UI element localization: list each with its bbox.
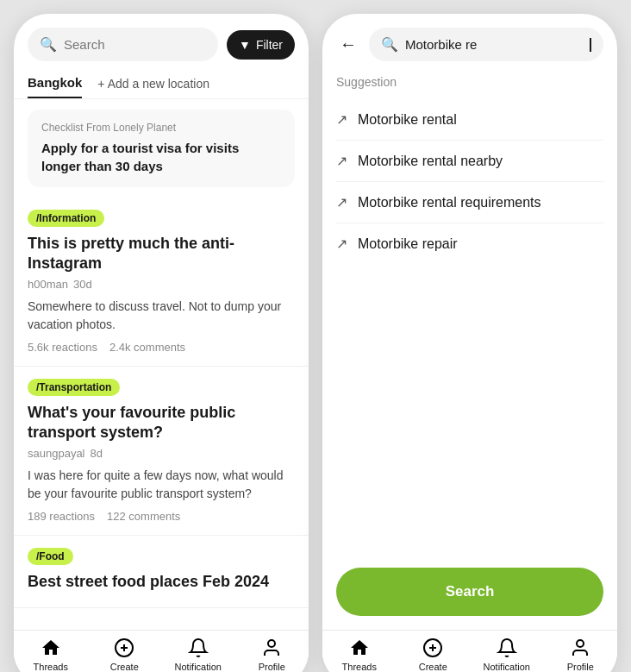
trend-icon-2: ↗: [336, 153, 347, 169]
create-icon-right: [422, 637, 443, 658]
post-card-2[interactable]: /Transportation What's your favourite pu…: [14, 367, 309, 536]
nav-label-profile-right: Profile: [567, 662, 594, 672]
checklist-title: Apply for a tourist visa for visits long…: [41, 139, 281, 175]
post-1-author: h00man: [28, 278, 68, 291]
left-bottom-nav: Threads Create Notification Profile: [14, 630, 309, 672]
location-tabs: Bangkok + Add a new location: [14, 68, 309, 99]
post-1-reactions: 5.6k reactions: [28, 341, 97, 354]
bell-icon-right: [497, 637, 517, 658]
person-icon-left: [261, 637, 282, 658]
nav-label-notification-left: Notification: [175, 662, 222, 672]
post-3-badge: /Food: [28, 548, 73, 565]
suggestion-text-3: Motorbike rental requirements: [358, 195, 541, 210]
post-2-meta: saungpayal 8d: [28, 447, 295, 460]
nav-item-notification-left[interactable]: Notification: [161, 637, 235, 672]
bell-icon-left: [188, 637, 209, 658]
search-button[interactable]: Search: [336, 568, 603, 616]
home-icon-right: [349, 637, 370, 658]
post-1-title: This is pretty much the anti-Instagram: [28, 234, 295, 274]
post-2-time: 8d: [91, 447, 103, 460]
post-2-desc: I was here for quite a few days now, wha…: [28, 467, 295, 503]
filter-label: Filter: [256, 38, 283, 52]
add-location-btn[interactable]: + Add a new location: [97, 77, 209, 97]
search-input[interactable]: [64, 37, 206, 52]
post-1-time: 30d: [73, 278, 92, 291]
suggestion-heading: Suggestion: [336, 75, 603, 89]
left-phone: 🔍 ▼ Filter Bangkok + Add a new location …: [14, 14, 309, 672]
post-3-title: Best street food places Feb 2024: [28, 572, 295, 592]
right-search-input[interactable]: [405, 37, 582, 52]
filter-button[interactable]: ▼ Filter: [227, 30, 295, 60]
nav-label-notification-right: Notification: [484, 662, 530, 672]
post-1-badge: /Information: [28, 210, 104, 227]
post-1-meta: h00man 30d: [28, 278, 295, 291]
filter-icon: ▼: [239, 38, 251, 52]
checklist-card[interactable]: Checklist From Lonely Planet Apply for a…: [28, 110, 295, 187]
suggestion-section: Suggestion ↗ Motorbike rental ↗ Motorbik…: [322, 72, 617, 554]
suggestion-text-1: Motorbike rental: [358, 112, 457, 128]
trend-icon-3: ↗: [336, 194, 347, 210]
trend-icon-1: ↗: [336, 111, 347, 128]
search-icon: 🔍: [40, 36, 57, 53]
nav-label-create-left: Create: [110, 662, 139, 672]
suggestion-item-3[interactable]: ↗ Motorbike rental requirements: [336, 182, 603, 223]
nav-item-threads-left[interactable]: Threads: [14, 637, 88, 672]
nav-item-profile-left[interactable]: Profile: [235, 637, 309, 672]
nav-label-profile-left: Profile: [259, 662, 285, 672]
post-card-1[interactable]: /Information This is pretty much the ant…: [14, 198, 309, 367]
right-bottom-nav: Threads Create Notification Profile: [322, 630, 617, 672]
nav-item-profile-right[interactable]: Profile: [544, 637, 618, 672]
suggestion-item-2[interactable]: ↗ Motorbike rental nearby: [336, 141, 603, 182]
post-2-reactions: 189 reactions: [28, 510, 95, 523]
checklist-label: Checklist From Lonely Planet: [41, 122, 281, 134]
nav-label-threads-right: Threads: [342, 662, 377, 672]
post-2-badge: /Transportation: [28, 379, 120, 396]
suggestion-text-2: Motorbike rental nearby: [358, 154, 503, 169]
person-icon-right: [570, 637, 590, 658]
post-card-3[interactable]: /Food Best street food places Feb 2024: [14, 536, 309, 608]
nav-item-create-left[interactable]: Create: [88, 637, 162, 672]
nav-item-create-right[interactable]: Create: [397, 637, 471, 672]
location-tab-bangkok[interactable]: Bangkok: [28, 75, 82, 98]
suggestion-item-1[interactable]: ↗ Motorbike rental: [336, 99, 603, 141]
right-phone: ← 🔍 Suggestion ↗ Motorbike rental ↗ Moto…: [322, 14, 617, 672]
suggestion-text-4: Motorbike repair: [358, 236, 458, 252]
right-content: ← 🔍 Suggestion ↗ Motorbike rental ↗ Moto…: [322, 14, 617, 630]
home-icon: [41, 637, 61, 658]
left-content: 🔍 ▼ Filter Bangkok + Add a new location …: [14, 14, 309, 630]
right-search-box[interactable]: 🔍: [369, 28, 603, 61]
right-search-row: ← 🔍: [322, 14, 617, 72]
svg-point-3: [268, 640, 275, 647]
back-button[interactable]: ←: [336, 35, 360, 54]
nav-item-notification-right[interactable]: Notification: [470, 637, 544, 672]
post-2-author: saungpayal: [28, 447, 85, 460]
post-1-desc: Somewhere to discuss travel. Not to dump…: [28, 298, 295, 334]
svg-point-7: [577, 640, 584, 647]
post-1-comments: 2.4k comments: [109, 341, 185, 354]
post-1-stats: 5.6k reactions 2.4k comments: [28, 341, 295, 354]
suggestion-item-4[interactable]: ↗ Motorbike repair: [336, 223, 603, 264]
post-2-stats: 189 reactions 122 comments: [28, 510, 295, 523]
text-cursor: [590, 38, 591, 52]
post-2-title: What's your favourite public transport s…: [28, 403, 295, 443]
nav-item-threads-right[interactable]: Threads: [322, 637, 397, 672]
create-icon: [114, 637, 134, 658]
post-2-comments: 122 comments: [107, 510, 180, 523]
nav-label-threads-left: Threads: [34, 662, 68, 672]
trend-icon-4: ↗: [336, 236, 347, 252]
search-row: 🔍 ▼ Filter: [14, 14, 309, 68]
search-box[interactable]: 🔍: [28, 28, 218, 61]
right-search-icon: 🔍: [381, 36, 398, 53]
nav-label-create-right: Create: [419, 662, 447, 672]
